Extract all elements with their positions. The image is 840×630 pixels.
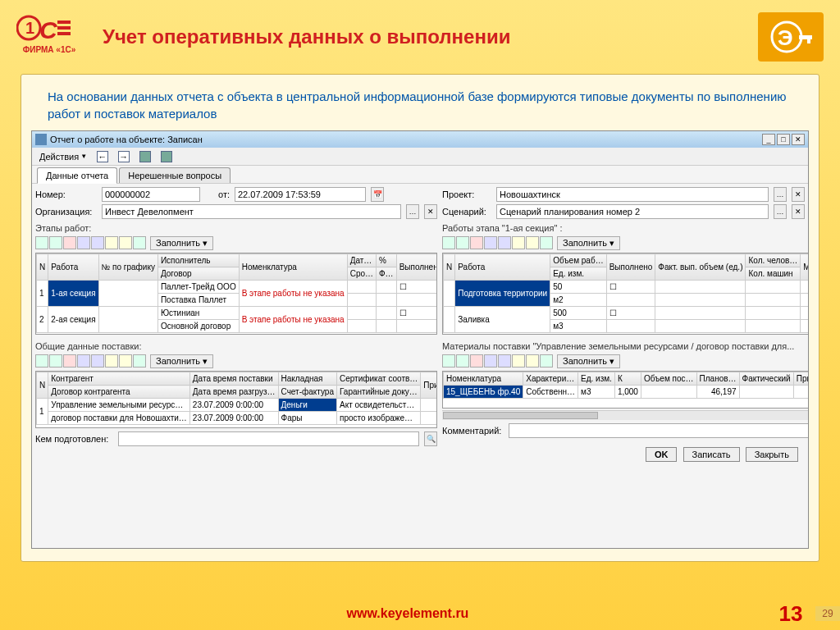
refresh-icon[interactable] xyxy=(540,354,553,368)
materials-grid[interactable]: НоменклатураХарактери…Ед. изм. КОбъем по… xyxy=(442,371,808,409)
move-up-icon[interactable] xyxy=(484,236,497,249)
fill-works-button[interactable]: Заполнить ▾ xyxy=(557,236,620,250)
date-picker-button[interactable]: 📅 xyxy=(371,187,384,202)
scenario-clear-button[interactable]: ✕ xyxy=(792,204,805,219)
label-supply-common: Общие данные поставки: xyxy=(35,340,437,353)
sort-icon[interactable] xyxy=(526,236,539,249)
move-down-icon[interactable] xyxy=(91,236,104,249)
stages-grid[interactable]: NРабота№ по графику ИсполнительНоменклат… xyxy=(35,253,437,335)
sort-za-icon[interactable] xyxy=(119,236,132,249)
logo-keyelement: Э xyxy=(758,12,824,62)
svg-rect-6 xyxy=(807,35,810,43)
supply-grid[interactable]: NКонтрагент Дата время поставкиНакладная… xyxy=(35,371,437,428)
actions-menu[interactable]: Действия▼ xyxy=(35,150,91,163)
delete-row-icon[interactable] xyxy=(470,236,483,249)
move-up-icon[interactable] xyxy=(484,354,497,368)
window-titlebar: Отчет о работе на объекте: Записан _ □ ✕ xyxy=(32,131,808,148)
close-button[interactable]: Закрыть xyxy=(746,447,798,462)
sort-icon[interactable] xyxy=(526,354,539,368)
save-button[interactable]: Записать xyxy=(683,447,740,462)
copy-row-icon[interactable] xyxy=(456,236,469,249)
copy-row-icon[interactable] xyxy=(49,354,62,368)
move-up-icon[interactable] xyxy=(77,354,90,368)
sort-icon[interactable] xyxy=(512,236,525,249)
label-number: Номер: xyxy=(35,189,97,199)
org-input[interactable]: Инвест Девелопмент xyxy=(102,204,401,219)
works-toolbar: Заполнить ▾ xyxy=(442,235,808,251)
table-row[interactable]: 1 1-ая секция Паллет-Трейд ООО В этапе р… xyxy=(37,281,438,294)
add-row-icon[interactable] xyxy=(35,236,48,249)
ok-button[interactable]: OK xyxy=(646,447,678,462)
label-supply-materials: Материалы поставки "Управление земельным… xyxy=(442,340,808,353)
intro-text: На основании данных отчета с объекта в ц… xyxy=(31,84,809,130)
app-window: Отчет о работе на объекте: Записан _ □ ✕… xyxy=(31,130,809,549)
move-down-icon[interactable] xyxy=(498,354,511,368)
arrow-left-icon: ← xyxy=(97,151,108,162)
table-row[interactable]: Заливка 500☐ xyxy=(444,307,809,320)
window-title: Отчет о работе на объекте: Записан xyxy=(50,135,762,144)
date-input[interactable]: 22.07.2009 17:53:59 xyxy=(235,187,366,202)
nav-back-button[interactable]: ← xyxy=(93,149,112,164)
minimize-button[interactable]: _ xyxy=(762,134,775,145)
fill-materials-button[interactable]: Заполнить ▾ xyxy=(557,354,620,368)
nav-fwd-button[interactable]: → xyxy=(114,149,134,164)
refresh-icon[interactable] xyxy=(540,236,553,249)
copy-row-icon[interactable] xyxy=(49,236,62,249)
label-comment: Комментарий: xyxy=(442,426,504,436)
label-project: Проект: xyxy=(442,189,491,199)
window-icon xyxy=(35,134,47,145)
delete-row-icon[interactable] xyxy=(63,236,76,249)
fill-stages-button[interactable]: Заполнить ▾ xyxy=(150,236,213,250)
stages-toolbar: Заполнить ▾ xyxy=(35,235,437,251)
table-row[interactable]: Подготовка территории 50☐ xyxy=(444,281,809,294)
project-lookup-button[interactable]: … xyxy=(774,187,787,202)
fill-supply-button[interactable]: Заполнить ▾ xyxy=(150,354,213,368)
maximize-button[interactable]: □ xyxy=(777,134,790,145)
add-row-icon[interactable] xyxy=(442,236,455,249)
label-stage-works: Работы этапа "1-ая секция" : xyxy=(442,221,808,235)
sort-icon[interactable] xyxy=(512,354,525,368)
footer-url: www.keyelement.ru xyxy=(49,606,766,621)
move-down-icon[interactable] xyxy=(498,236,511,249)
tab-open-questions[interactable]: Нерешенные вопросы xyxy=(119,167,231,183)
move-up-icon[interactable] xyxy=(77,236,90,249)
sort-az-icon[interactable] xyxy=(105,236,118,249)
refresh-icon[interactable] xyxy=(133,354,146,368)
refresh-icon[interactable] xyxy=(133,236,146,249)
label-prepared-by: Кем подготовлен: xyxy=(35,434,113,444)
org-clear-button[interactable]: ✕ xyxy=(424,204,437,219)
project-input[interactable]: Новошахтинск xyxy=(496,187,769,202)
toolbar-icon-1[interactable] xyxy=(135,149,155,164)
horizontal-scrollbar[interactable] xyxy=(442,410,808,420)
close-window-button[interactable]: ✕ xyxy=(792,134,805,145)
comment-input[interactable] xyxy=(509,423,808,438)
scenario-lookup-button[interactable]: … xyxy=(774,204,787,219)
sort-icon[interactable] xyxy=(119,354,132,368)
add-row-icon[interactable] xyxy=(35,354,48,368)
table-row[interactable]: 1 Управление земельными ресурс… 23.07.20… xyxy=(37,399,438,412)
add-row-icon[interactable] xyxy=(442,354,455,368)
tab-bar: Данные отчета Нерешенные вопросы xyxy=(32,166,808,184)
prepared-lookup-button[interactable]: 🔍 xyxy=(424,431,437,446)
table-row[interactable]: 15_ЩЕБЕНЬ фр.40 Собственн… м3 1,000 46,1… xyxy=(444,386,809,399)
copy-row-icon[interactable] xyxy=(456,354,469,368)
doc-icon xyxy=(139,151,151,162)
number-input[interactable]: 000000002 xyxy=(102,187,200,202)
delete-row-icon[interactable] xyxy=(470,354,483,368)
materials-toolbar: Заполнить ▾ xyxy=(442,353,808,369)
logo-1c: 1 С ФИРМА «1С» xyxy=(16,12,82,62)
org-lookup-button[interactable]: … xyxy=(406,204,419,219)
svg-text:С: С xyxy=(39,16,58,43)
project-clear-button[interactable]: ✕ xyxy=(792,187,805,202)
main-toolbar: Действия▼ ← → xyxy=(32,148,808,166)
sort-icon[interactable] xyxy=(105,354,118,368)
table-row[interactable]: 2 2-ая секция Юстиниан В этапе работы не… xyxy=(37,307,438,320)
works-grid[interactable]: NРабота Объем раб…Выполнено Факт. вып. о… xyxy=(442,253,808,335)
svg-text:Э: Э xyxy=(778,25,793,50)
toolbar-icon-2[interactable] xyxy=(157,149,176,164)
delete-row-icon[interactable] xyxy=(63,354,76,368)
tab-report-data[interactable]: Данные отчета xyxy=(37,167,117,184)
prepared-by-input[interactable] xyxy=(118,431,419,446)
move-down-icon[interactable] xyxy=(91,354,104,368)
scenario-input[interactable]: Сценарий планирования номер 2 xyxy=(496,204,769,219)
